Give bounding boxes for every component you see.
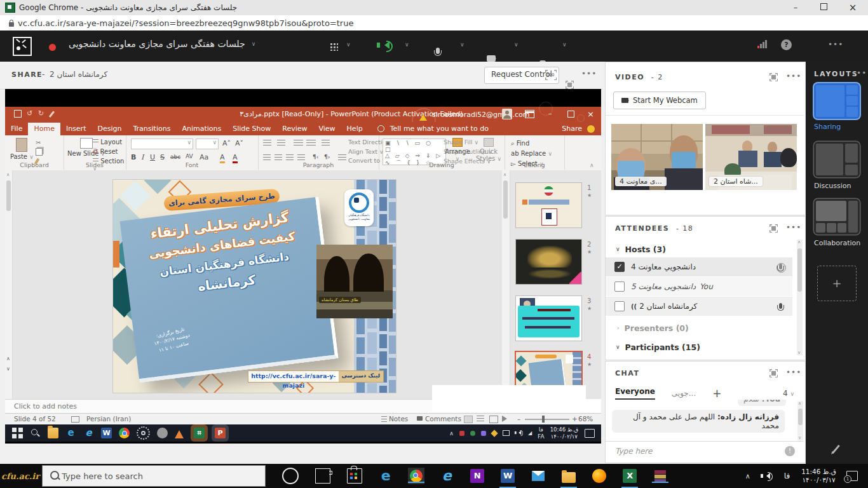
slide-sorter-icon[interactable] [477,416,484,422]
account-email[interactable]: siroosmoradi52@gmail.com [432,111,530,119]
chrome-icon-active[interactable] [409,469,423,483]
maximize-button[interactable] [811,0,836,15]
reset-button[interactable]: ↺ Reset [93,148,118,155]
clock[interactable]: ق.ظ 11:46 ۱۴۰۰/۰۳/۱۷ [801,468,836,484]
tray-display-icon[interactable] [503,430,510,436]
chevron-down-icon[interactable]: ∨ [460,41,465,48]
char-spacing-icon[interactable]: AV [186,153,193,159]
notes-area[interactable]: Click to add notes [5,399,501,414]
slide-scrollbar[interactable]: ∧ ∧ ∨ [5,170,13,399]
ie-icon[interactable]: e [440,469,454,483]
pen-mode-icon[interactable] [49,111,55,117]
bullets-icon[interactable] [263,140,271,146]
tray-app4-icon[interactable] [491,430,498,437]
shared-screen-region[interactable]: ↺ ↻ مرادی۳.pptx [Read-Only] - PowerPoint… [5,89,601,444]
smiley-icon[interactable] [587,125,595,133]
chat-input[interactable]: Type here [615,447,652,456]
language-status[interactable]: Persian (Iran) [86,415,131,423]
winrar-icon[interactable] [653,469,667,483]
tab-slideshow[interactable]: Slide Show [227,123,276,135]
font-name-box[interactable]: ∨ [131,139,193,149]
notes-toggle[interactable]: Notes [389,415,408,423]
edge-icon[interactable]: e [379,469,393,483]
chat-size-dropdown[interactable]: 4 ∨ [783,389,794,398]
tray-app1-icon[interactable] [459,431,465,436]
tab-animations[interactable]: Animations [176,123,227,135]
attendee-row-host2-you[interactable]: دانشجویی معاونت 5 You [606,277,792,296]
attendee-checkbox-checked[interactable]: ✓ [614,262,625,272]
firefox-icon[interactable] [592,469,606,483]
tab-design[interactable]: Design [92,123,127,135]
share-fullscreen-icon[interactable] [566,81,574,89]
word-icon[interactable]: W [101,428,112,438]
file-explorer-icon[interactable] [562,472,576,483]
copy-icon[interactable] [36,148,43,156]
tab-view[interactable]: View [313,123,341,135]
attendee-row-host3[interactable]: (( کرمانشاه استان 2 [606,297,792,316]
tab-file[interactable]: File [5,123,28,135]
layout-collaboration-thumb[interactable] [814,199,860,234]
tray-app2-icon[interactable] [470,431,475,436]
tray-network-icon[interactable]: ◢ [528,430,532,436]
redo-icon[interactable]: ↻ [38,109,44,118]
replace-button[interactable]: ab Replace ∨ [511,149,552,159]
find-button[interactable]: ⌕ Find [511,139,552,149]
chevron-down-icon[interactable]: ∨ [562,41,567,48]
paste-button[interactable]: Paste ∨ [10,138,34,160]
layout-sharing-thumb[interactable] [814,83,860,119]
slide-thumbnail-2[interactable] [516,240,581,284]
tray-volume-icon[interactable] [515,430,522,437]
powerpoint-app-icon[interactable]: P [215,428,226,438]
attendees-fullscreen-icon[interactable] [770,224,778,233]
mail-icon[interactable] [531,469,545,483]
share-button[interactable]: Share [562,125,582,135]
italic-button[interactable]: I [141,153,144,161]
chevron-down-icon[interactable]: ∨ [346,41,351,48]
chat-pod-menu-icon[interactable]: ••• [786,368,801,377]
help-icon[interactable]: ? [781,39,792,50]
tray-app3-icon[interactable] [481,431,486,436]
hosts-section-header[interactable]: ∨ Hosts (3) [606,240,792,259]
reading-view-icon[interactable] [489,416,498,423]
task-view-icon[interactable] [315,468,330,484]
video-feed-1[interactable]: ...ی معاونت 4 [611,124,703,190]
thumbnails-scrollbar[interactable]: ∧ [502,170,510,399]
align-right-icon[interactable] [286,154,294,161]
search-icon[interactable] [30,428,41,438]
excel-icon[interactable]: X [623,469,637,483]
zoom-track[interactable] [525,419,569,420]
edit-layouts-pencil-icon[interactable] [832,445,840,454]
strike-button[interactable]: S [160,153,165,161]
change-case-icon[interactable]: Aa [200,153,208,161]
adobe-connect-logo-icon[interactable] [13,37,32,56]
zoom-100-icon[interactable]: 100 [545,70,557,80]
speaker-icon[interactable] [381,41,390,49]
language-indicator[interactable]: فا [784,471,790,480]
tab-home[interactable]: Home [28,123,60,135]
tray-chevron-icon[interactable]: ∧ [449,430,454,437]
slide-canvas[interactable]: طرح سرای مجازی گامی برای همدلی گزارش تحل… [113,180,396,393]
tab-transitions[interactable]: Transitions [127,123,176,135]
word-icon[interactable]: W [501,469,515,483]
next-slide-icon[interactable]: ∨ [6,366,10,372]
cortana-icon[interactable] [282,468,299,484]
action-center-icon[interactable]: 1 [846,471,858,481]
chat-emoji-icon[interactable]: ! [785,446,795,456]
microphone-icon[interactable] [436,48,440,54]
zoom-thumb[interactable] [542,416,545,423]
line-spacing-icon[interactable] [322,140,330,146]
columns-icon[interactable] [338,154,346,161]
display-settings-icon[interactable] [71,416,79,423]
overflow-menu-icon[interactable]: ••• [828,40,843,49]
rtl-direction-icon[interactable]: ¶› [324,154,330,160]
align-left-icon[interactable] [263,154,271,161]
ppt-restore-icon[interactable] [567,111,574,118]
file-explorer-icon[interactable] [48,428,58,438]
indent-increase-icon[interactable] [306,140,316,146]
chrome-icon[interactable] [119,428,130,438]
ie-icon[interactable]: e [83,428,94,438]
cut-icon[interactable]: ✂ [36,139,41,146]
tray-volume-icon[interactable] [763,473,770,479]
shrink-font-icon[interactable]: A˅ [235,139,243,147]
slide-thumbnail-1[interactable] [516,183,581,227]
